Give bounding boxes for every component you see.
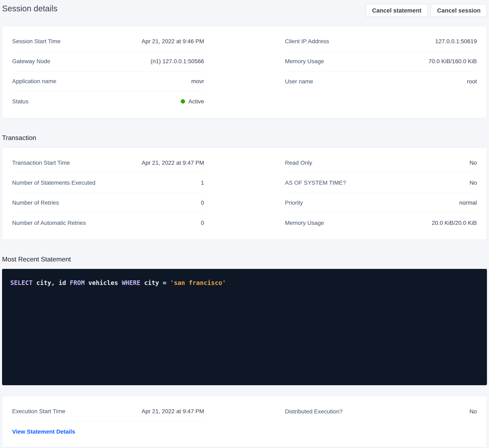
row-label: Execution Start Time — [12, 408, 65, 415]
user-name-row: User name root — [285, 71, 477, 91]
row-label: Read Only — [285, 159, 312, 166]
execution-left-column: Execution Start Time Apr 21, 2022 at 9:4… — [12, 401, 204, 435]
session-details-page: Session details Cancel statement Cancel … — [0, 0, 489, 448]
sql-statement: SELECT city, id FROM vehicles WHERE city… — [10, 279, 479, 287]
sql-keyword: FROM — [70, 279, 85, 286]
row-label: Gateway Node — [12, 58, 50, 65]
session-start-time-row: Session Start Time Apr 21, 2022 at 9:46 … — [12, 32, 204, 51]
sql-text: vehicles — [85, 279, 122, 286]
row-label: Number of Automatic Retries — [12, 220, 86, 226]
session-summary-left-column: Session Start Time Apr 21, 2022 at 9:46 … — [12, 32, 204, 111]
execution-card-columns: Execution Start Time Apr 21, 2022 at 9:4… — [12, 401, 477, 435]
row-value: 20.0 KiB/20.0 KiB — [432, 220, 477, 226]
row-value: 70.0 KiB/160.0 KiB — [429, 58, 477, 65]
transaction-card: Transaction Start Time Apr 21, 2022 at 9… — [2, 147, 487, 240]
row-label: Memory Usage — [285, 220, 324, 226]
row-label: Number of Statements Executed — [12, 180, 96, 186]
row-label: Memory Usage — [285, 58, 324, 65]
as-of-system-time-row: AS OF SYSTEM TIME? No — [285, 173, 477, 193]
sql-statement-box: SELECT city, id FROM vehicles WHERE city… — [2, 269, 487, 385]
row-value: Apr 21, 2022 at 9:47 PM — [142, 159, 204, 166]
row-value: 0 — [201, 220, 204, 226]
session-memory-usage-row: Memory Usage 70.0 KiB/160.0 KiB — [285, 51, 477, 71]
automatic-retries-row: Number of Automatic Retries 0 — [12, 213, 204, 233]
sql-keyword: SELECT — [10, 279, 33, 286]
page-title: Session details — [2, 3, 57, 14]
row-label: Status — [12, 98, 28, 105]
transaction-start-time-row: Transaction Start Time Apr 21, 2022 at 9… — [12, 153, 204, 173]
sql-text: city, id — [33, 279, 70, 286]
row-label: Session Start Time — [12, 38, 60, 45]
view-statement-details-link[interactable]: View Statement Details — [12, 428, 75, 435]
status-text: Active — [188, 98, 204, 105]
transaction-memory-usage-row: Memory Usage 20.0 KiB/20.0 KiB — [285, 213, 477, 233]
sql-keyword: WHERE — [122, 279, 140, 286]
row-value: No — [469, 408, 477, 415]
application-name-row: Application name movr — [12, 71, 204, 91]
sql-string-literal: 'san francisco' — [170, 279, 226, 286]
transaction-section-title: Transaction — [2, 133, 487, 142]
row-label: Application name — [12, 78, 56, 85]
row-label: AS OF SYSTEM TIME? — [285, 180, 346, 186]
transaction-left-column: Transaction Start Time Apr 21, 2022 at 9… — [12, 153, 204, 233]
retries-row: Number of Retries 0 — [12, 193, 204, 213]
row-label: User name — [285, 78, 313, 85]
statement-section-title: Most Recent Statement — [2, 255, 487, 264]
view-statement-details-row: View Statement Details — [12, 428, 204, 435]
row-value: No — [469, 159, 477, 166]
session-summary-right-column: Client IP Address 127.0.0.1:50619 Memory… — [285, 32, 477, 111]
row-value: 0 — [201, 199, 204, 206]
row-value: normal — [459, 199, 477, 206]
page-header: Session details Cancel statement Cancel … — [2, 0, 487, 17]
execution-card: Execution Start Time Apr 21, 2022 at 9:4… — [2, 396, 487, 447]
row-value: 1 — [201, 180, 204, 186]
gateway-node-link[interactable]: (n1) 127.0.0.1:50566 — [151, 58, 204, 65]
distributed-execution-row: Distributed Execution? No — [285, 401, 477, 422]
row-value: No — [469, 180, 477, 186]
row-label: Transaction Start Time — [12, 159, 70, 166]
row-value: Apr 21, 2022 at 9:47 PM — [142, 408, 204, 415]
row-label: Distributed Execution? — [285, 408, 342, 415]
status-badge: Active — [181, 98, 204, 105]
row-label: Client IP Address — [285, 38, 329, 45]
execution-right-column: Distributed Execution? No — [285, 401, 477, 435]
header-actions: Cancel statement Cancel session — [366, 3, 487, 17]
status-active-dot-icon — [181, 99, 185, 104]
cancel-statement-button[interactable]: Cancel statement — [366, 4, 428, 17]
row-label: Number of Retries — [12, 199, 59, 206]
client-ip-row: Client IP Address 127.0.0.1:50619 — [285, 32, 477, 51]
row-value: movr — [191, 78, 204, 85]
execution-start-time-row: Execution Start Time Apr 21, 2022 at 9:4… — [12, 401, 204, 422]
gateway-node-row: Gateway Node (n1) 127.0.0.1:50566 — [12, 51, 204, 71]
row-label: Priority — [285, 199, 303, 206]
row-value: Apr 21, 2022 at 9:46 PM — [142, 38, 204, 45]
sql-text: city = — [140, 279, 170, 286]
status-row: Status Active — [12, 91, 204, 111]
cancel-session-button[interactable]: Cancel session — [431, 4, 487, 17]
transaction-right-column: Read Only No AS OF SYSTEM TIME? No Prior… — [285, 153, 477, 233]
row-value: 127.0.0.1:50619 — [435, 38, 477, 45]
statements-executed-row: Number of Statements Executed 1 — [12, 173, 204, 193]
priority-row: Priority normal — [285, 193, 477, 213]
row-value: root — [467, 78, 477, 85]
session-summary-card: Session Start Time Apr 21, 2022 at 9:46 … — [2, 26, 487, 118]
read-only-row: Read Only No — [285, 153, 477, 173]
